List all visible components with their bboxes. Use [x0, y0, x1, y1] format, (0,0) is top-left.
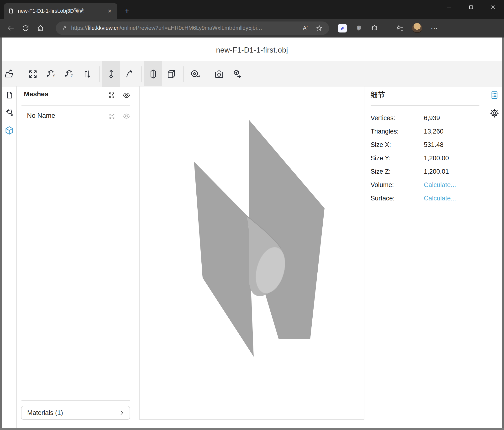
read-aloud-icon[interactable]: A) — [303, 25, 308, 32]
lock-icon[interactable] — [62, 25, 68, 31]
details-rows: Vertices: 6,939 Triangles: 13,260 Size X… — [371, 111, 479, 205]
tab-favicon-document-icon — [8, 8, 14, 14]
browser-window: new-F1-D1-1-first.obj3D预览 × + — [0, 0, 504, 430]
rotate-z-button[interactable]: Z — [60, 61, 78, 87]
svg-text:T: T — [358, 26, 360, 30]
detail-row-size-z: Size Z: 1,200.01 — [371, 165, 479, 178]
url-host: file.kkview.cn — [88, 25, 120, 31]
tab-bar: new-F1-D1-1-first.obj3D预览 × + — [0, 0, 504, 19]
window-frame-left — [0, 37, 2, 430]
window-maximize-button[interactable] — [460, 0, 482, 14]
page-title: new-F1-D1-1-first.obj — [0, 46, 504, 55]
materials-button[interactable]: Materials (1) — [21, 406, 130, 420]
navigation-bar: https://file.kkview.cn/onlinePreview?url… — [0, 19, 504, 37]
svg-text:Z: Z — [71, 74, 73, 78]
tab-title: new-F1-D1-1-first.obj3D预览 — [18, 7, 106, 15]
rotate-tool-button[interactable] — [120, 61, 138, 87]
meshes-tab-icon[interactable] — [4, 126, 14, 136]
extensions-puzzle-icon[interactable] — [371, 25, 378, 32]
window-controls — [438, 0, 504, 14]
open-file-button[interactable] — [0, 61, 18, 87]
collections-icon[interactable] — [396, 24, 404, 32]
browser-tab[interactable]: new-F1-D1-1-first.obj3D预览 × — [4, 3, 117, 19]
url-text: https://file.kkview.cn/onlinePreview?url… — [71, 25, 262, 31]
detail-row-triangles: Triangles: 13,260 — [371, 125, 479, 138]
details-header-divider — [371, 105, 479, 106]
browser-menu-icon[interactable]: ⋯ — [431, 24, 438, 32]
zoom-to-all-icon[interactable] — [108, 91, 116, 99]
detail-row-vertices: Vertices: 6,939 — [371, 111, 479, 125]
address-bar[interactable]: https://file.kkview.cn/onlinePreview?url… — [56, 21, 329, 35]
rotate-y-button[interactable]: Y — [42, 61, 60, 87]
url-path: /onlinePreview?url=aHR0cHM6Ly9maWxlLmtrd… — [120, 25, 262, 31]
shield-extension-icon[interactable]: T — [355, 25, 362, 32]
svg-text:Y: Y — [53, 74, 55, 78]
mesh-list-item[interactable]: No Name — [27, 112, 55, 120]
detail-row-surface: Surface: Calculate... — [371, 192, 479, 205]
window-frame-bottom — [0, 428, 504, 430]
toolbar-separator — [21, 66, 21, 82]
details-panel-header: 细节 — [371, 90, 385, 100]
flip-vertical-button[interactable] — [78, 61, 96, 87]
export-model-button[interactable] — [228, 61, 246, 87]
bird-extension-icon[interactable] — [338, 24, 347, 32]
toolbar-separator — [183, 66, 183, 82]
chevron-right-icon — [119, 410, 125, 416]
extension-row: T ⋯ — [338, 23, 447, 33]
sidebar-divider — [16, 86, 17, 428]
zoom-to-mesh-icon[interactable] — [108, 113, 116, 120]
meshes-header-divider — [21, 105, 130, 106]
profile-avatar[interactable] — [412, 23, 422, 33]
fit-view-button[interactable] — [24, 61, 42, 87]
file-info-tab-icon[interactable] — [5, 91, 14, 99]
home-icon[interactable] — [36, 24, 44, 32]
settings-gear-icon[interactable] — [489, 108, 500, 119]
visibility-all-eye-icon[interactable] — [122, 91, 131, 100]
shaded-view-button[interactable] — [144, 61, 162, 87]
mesh-visibility-eye-icon[interactable] — [122, 112, 131, 120]
model-viewport[interactable] — [139, 86, 364, 420]
url-scheme: https:// — [71, 25, 88, 31]
window-frame-right — [502, 37, 504, 430]
materials-divider — [21, 400, 130, 401]
new-tab-button[interactable]: + — [122, 5, 132, 17]
window-close-button[interactable] — [482, 0, 504, 14]
calculate-volume-link[interactable]: Calculate... — [424, 181, 456, 189]
window-minimize-button[interactable] — [438, 0, 460, 14]
measure-button[interactable] — [186, 61, 204, 87]
detail-row-size-y: Size Y: 1,200.00 — [371, 151, 479, 165]
refresh-icon[interactable] — [21, 24, 30, 32]
model-left-plane — [194, 162, 254, 357]
favorite-star-icon[interactable] — [316, 25, 323, 32]
materials-tab-icon[interactable] — [4, 108, 14, 118]
materials-label: Materials (1) — [27, 409, 119, 417]
back-icon[interactable] — [7, 24, 15, 32]
right-strip-divider — [486, 86, 486, 420]
toolbar-divider — [387, 24, 387, 32]
wireframe-box-button[interactable] — [162, 61, 180, 87]
toolbar-separator — [207, 66, 207, 82]
move-tool-button[interactable] — [102, 61, 120, 87]
detail-row-volume: Volume: Calculate... — [371, 178, 479, 192]
toolbar-separator — [99, 66, 99, 82]
details-list-tab-icon[interactable] — [490, 90, 499, 100]
viewer-toolbar: Y Z — [0, 61, 504, 87]
tab-close-icon[interactable]: × — [106, 7, 113, 15]
toolbar-separator — [141, 66, 142, 82]
screenshot-camera-button[interactable] — [210, 61, 228, 87]
model-3d-render — [140, 86, 364, 419]
meshes-panel-header: Meshes — [24, 90, 48, 98]
calculate-surface-link[interactable]: Calculate... — [424, 195, 456, 202]
detail-row-size-x: Size X: 531.48 — [371, 138, 479, 151]
